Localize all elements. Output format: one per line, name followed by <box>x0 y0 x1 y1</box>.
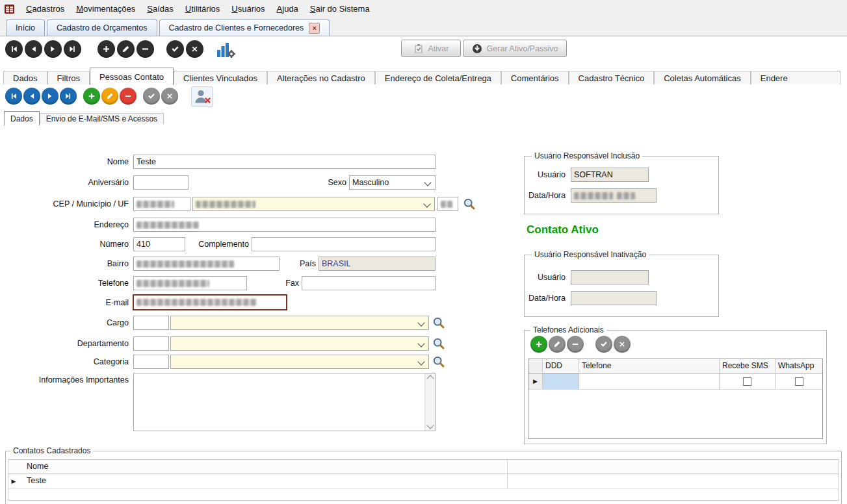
nome-field[interactable]: Teste <box>133 155 436 169</box>
contact-nav-last-button[interactable] <box>60 88 77 105</box>
categoria-combo[interactable] <box>170 355 429 369</box>
phones-edit-button[interactable] <box>549 336 566 353</box>
contacts-table-header: Nome <box>8 460 839 474</box>
email-field[interactable] <box>133 294 287 310</box>
cargo-code-field[interactable] <box>133 316 169 330</box>
chart-config-button[interactable] <box>215 40 237 60</box>
fax-field[interactable] <box>302 276 436 290</box>
nav-first-button[interactable] <box>5 40 23 58</box>
record-tab-filtros[interactable]: Filtros <box>47 71 90 84</box>
informacoes-textarea[interactable] <box>133 373 436 431</box>
cargo-lookup-button[interactable] <box>432 316 446 330</box>
cancel-button[interactable] <box>186 40 203 58</box>
contact-nav-prev-button[interactable] <box>23 88 40 105</box>
contact-delete-button[interactable] <box>120 88 137 105</box>
prev-icon <box>27 92 36 101</box>
categoria-lookup-button[interactable] <box>432 355 446 369</box>
contact-add-button[interactable] <box>83 88 100 105</box>
ativar-button[interactable]: Ativar <box>401 40 461 57</box>
record-tab-alteracoes-cadastro[interactable]: Alterações no Cadastro <box>267 71 375 84</box>
municipio-combo[interactable] <box>192 197 435 211</box>
empty-header-area <box>508 460 839 473</box>
uf-field[interactable] <box>437 197 458 211</box>
nav-prev-button[interactable] <box>25 40 42 58</box>
chevron-down-icon <box>417 358 424 365</box>
delete-button[interactable] <box>137 40 154 58</box>
record-tab-clientes-vinculados[interactable]: Clientes Vinculados <box>174 71 267 84</box>
phones-delete-button[interactable] <box>567 336 584 353</box>
whatsapp-checkbox[interactable] <box>795 377 803 386</box>
contact-cancel-button[interactable] <box>161 88 178 105</box>
add-button[interactable] <box>98 40 115 58</box>
record-tab-endereco-coleta-entrega[interactable]: Endereço de Coleta/Entrega <box>375 71 501 84</box>
record-tab-coletas-automaticas[interactable]: Coletas Automáticas <box>654 71 751 84</box>
record-tab-pessoas-contato[interactable]: Pessoas Contato <box>90 68 174 85</box>
menu-item-usuarios[interactable]: Usuários <box>226 1 270 17</box>
record-tab-dados[interactable]: Dados <box>3 71 47 84</box>
uf-value-redacted <box>441 201 452 208</box>
tab-cadastro-orcamentos[interactable]: Cadastro de Orçamentos <box>47 19 157 36</box>
telefone-field[interactable] <box>133 276 247 290</box>
inclusao-datahora-field <box>571 188 657 203</box>
menu-item-cadastros[interactable]: Cadastros <box>20 1 70 17</box>
departamento-code-field[interactable] <box>133 336 169 351</box>
menu-item-utilitarios[interactable]: Utilitários <box>179 1 226 17</box>
row-selector-header <box>8 460 19 473</box>
contact-confirm-button[interactable] <box>143 88 160 105</box>
contact-inactivate-button[interactable] <box>191 86 213 107</box>
numero-field[interactable]: 410 <box>133 237 185 251</box>
close-tab-icon[interactable]: × <box>309 23 320 34</box>
cep-municipio-uf-label: CEP / Município / UF <box>7 199 129 208</box>
endereco-field[interactable] <box>133 218 436 232</box>
pais-field: BRASIL <box>319 257 436 271</box>
col-recebe-sms: Recebe SMS <box>720 359 775 373</box>
contact-row[interactable]: ▶ Teste <box>8 474 839 489</box>
inativacao-group <box>524 255 719 317</box>
sexo-combo[interactable]: Masculino <box>349 175 436 190</box>
departamento-combo[interactable] <box>170 336 429 351</box>
confirm-button[interactable] <box>166 40 184 58</box>
recebe-sms-checkbox[interactable] <box>743 377 751 386</box>
inativacao-datahora-label: Data/Hora <box>520 294 566 303</box>
categoria-code-field[interactable] <box>133 355 169 369</box>
record-tab-cadastro-tecnico[interactable]: Cadastro Técnico <box>569 71 655 84</box>
cep-lookup-button[interactable] <box>462 197 476 211</box>
complemento-field[interactable] <box>252 237 436 251</box>
row-selector-cell: ▶ <box>528 373 543 390</box>
phones-cancel-button[interactable] <box>614 336 631 353</box>
subtab-envio-email-sms[interactable]: Envio de E-Mail/SMS e Acessos <box>40 113 164 124</box>
textarea-scrollbar[interactable] <box>424 373 435 431</box>
menu-item-saidas[interactable]: Saídas <box>141 1 179 17</box>
edit-button[interactable] <box>117 40 135 58</box>
menu-item-movimentacoes[interactable]: Movimentações <box>70 1 141 17</box>
contact-edit-button[interactable] <box>101 88 118 105</box>
cep-field[interactable] <box>133 197 190 211</box>
telefone-cell[interactable] <box>579 373 720 390</box>
cargo-combo[interactable] <box>170 316 429 330</box>
contact-nav-first-button[interactable] <box>5 88 22 105</box>
contact-nav-next-button[interactable] <box>42 88 59 105</box>
record-tab-enderecos-clipped[interactable]: Endere <box>751 71 840 84</box>
nav-last-button[interactable] <box>64 40 81 58</box>
bairro-field[interactable] <box>133 257 280 271</box>
email-label: E-mail <box>13 298 129 307</box>
menu-item-sair[interactable]: Sair do Sistema <box>304 1 376 17</box>
departamento-lookup-button[interactable] <box>432 336 446 351</box>
phone-row[interactable]: ▶ <box>528 373 822 390</box>
bairro-label: Bairro <box>13 259 129 268</box>
ddd-cell[interactable] <box>543 373 579 390</box>
subtab-dados[interactable]: Dados <box>4 111 40 125</box>
nome-label: Nome <box>13 157 129 166</box>
tab-label: Cadastro de Orçamentos <box>57 23 148 32</box>
phones-add-button[interactable] <box>530 336 547 353</box>
phones-confirm-button[interactable] <box>595 336 612 353</box>
gerar-ativo-passivo-button[interactable]: Gerar Ativo/Passivo <box>463 40 567 57</box>
menu-item-ajuda[interactable]: Ajuda <box>271 1 304 17</box>
tab-cadastro-clientes-fornecedores[interactable]: Cadastro de Clientes e Fornecedores × <box>159 19 330 36</box>
row-selector-header <box>528 359 543 373</box>
aniversario-field[interactable] <box>133 175 189 190</box>
tab-inicio[interactable]: Início <box>6 19 45 36</box>
nav-next-button[interactable] <box>44 40 62 58</box>
record-tab-comentarios[interactable]: Comentários <box>501 71 569 84</box>
contact-nome-cell[interactable]: Teste <box>19 474 508 488</box>
